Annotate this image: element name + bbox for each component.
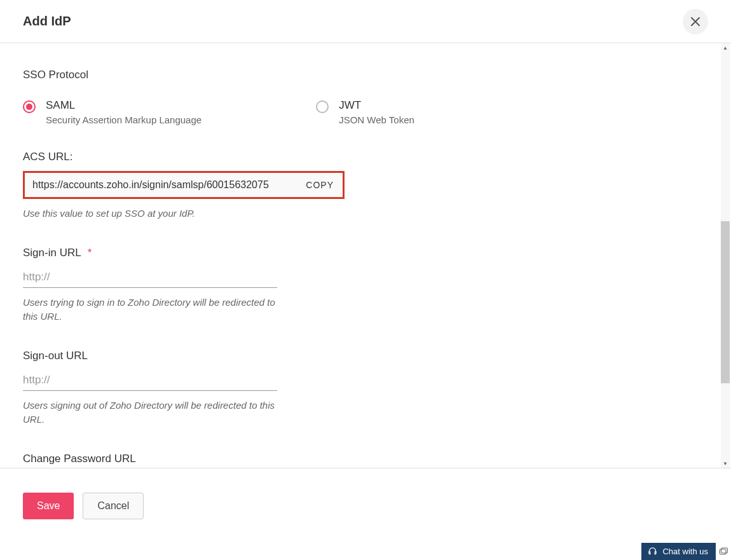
radio-text: SAML Security Assertion Markup Language xyxy=(46,99,202,125)
modal-title: Add IdP xyxy=(23,14,71,29)
modal-body-wrap: SSO Protocol SAML Security Assertion Mar… xyxy=(0,43,731,468)
radio-subtitle-jwt: JSON Web Token xyxy=(339,114,414,125)
save-button[interactable]: Save xyxy=(23,493,74,519)
radio-option-saml[interactable]: SAML Security Assertion Markup Language xyxy=(23,99,202,125)
radio-option-jwt[interactable]: JWT JSON Web Token xyxy=(316,99,414,125)
radio-text: JWT JSON Web Token xyxy=(339,99,414,125)
svg-rect-1 xyxy=(721,548,728,553)
acs-url-help: Use this value to set up SSO at your IdP… xyxy=(23,207,277,221)
acs-url-value[interactable]: https://accounts.zoho.in/signin/samlsp/6… xyxy=(25,179,297,191)
stack-icon[interactable] xyxy=(717,545,730,558)
chat-widget[interactable]: Chat with us xyxy=(641,543,716,560)
sso-protocol-label: SSO Protocol xyxy=(23,69,698,81)
field-signout-url: Sign-out URL Users signing out of Zoho D… xyxy=(23,350,698,427)
signin-url-help: Users trying to sign in to Zoho Director… xyxy=(23,296,277,324)
scroll-down-icon[interactable]: ▼ xyxy=(721,459,730,468)
signout-url-label: Sign-out URL xyxy=(23,350,698,362)
sso-protocol-options: SAML Security Assertion Markup Language … xyxy=(23,99,698,125)
field-changepw-url: Change Password URL xyxy=(23,453,698,468)
scrollbar[interactable]: ▲ ▼ xyxy=(721,43,730,468)
required-star-icon: * xyxy=(88,247,92,259)
modal-header: Add IdP xyxy=(0,0,731,43)
modal-body: SSO Protocol SAML Security Assertion Mar… xyxy=(0,43,721,468)
radio-title-saml: SAML xyxy=(46,99,202,112)
signin-url-label: Sign-in URL * xyxy=(23,247,698,259)
field-acs-url: ACS URL: https://accounts.zoho.in/signin… xyxy=(23,151,698,221)
svg-rect-0 xyxy=(720,549,726,554)
radio-icon xyxy=(23,100,36,113)
chat-widget-label: Chat with us xyxy=(662,547,708,556)
radio-subtitle-saml: Security Assertion Markup Language xyxy=(46,114,202,125)
radio-icon xyxy=(316,100,329,113)
signin-url-input[interactable] xyxy=(23,267,277,288)
changepw-url-label: Change Password URL xyxy=(23,453,698,465)
scrollbar-thumb[interactable] xyxy=(721,221,730,383)
signout-url-input[interactable] xyxy=(23,370,277,391)
headset-icon xyxy=(648,547,657,556)
cancel-button[interactable]: Cancel xyxy=(83,493,144,519)
close-button[interactable] xyxy=(683,9,708,34)
field-signin-url: Sign-in URL * Users trying to sign in to… xyxy=(23,247,698,324)
signin-url-label-text: Sign-in URL xyxy=(23,247,81,259)
copy-button[interactable]: COPY xyxy=(297,173,343,197)
radio-title-jwt: JWT xyxy=(339,99,414,112)
modal-footer: Save Cancel xyxy=(0,468,731,543)
close-icon xyxy=(690,17,700,27)
acs-url-label: ACS URL: xyxy=(23,151,698,163)
signout-url-help: Users signing out of Zoho Directory will… xyxy=(23,399,277,427)
scroll-up-icon[interactable]: ▲ xyxy=(721,43,730,52)
acs-url-box: https://accounts.zoho.in/signin/samlsp/6… xyxy=(23,171,345,199)
